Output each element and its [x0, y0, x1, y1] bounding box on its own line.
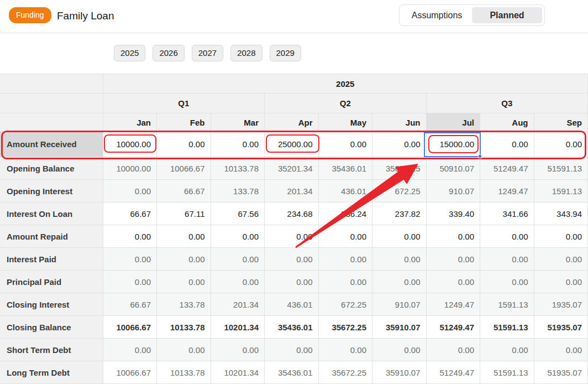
- cell-amount-received-aug[interactable]: 0.00: [480, 132, 534, 157]
- cell-long-term-debt-jan: 10066.67: [103, 361, 157, 384]
- month-header-aug[interactable]: Aug: [480, 113, 534, 132]
- table-row-long-term-debt: Long Term Debt10066.6710133.7810201.3435…: [0, 361, 588, 384]
- year-header: 2025: [103, 74, 588, 94]
- cell-short-term-debt-aug: 0.00: [480, 339, 534, 361]
- row-label-interest-paid[interactable]: Interest Paid: [0, 248, 103, 271]
- month-header-apr[interactable]: Apr: [265, 113, 319, 132]
- cell-long-term-debt-aug: 51591.13: [480, 361, 534, 384]
- cell-opening-balance-jun: 35672.25: [372, 157, 427, 180]
- cell-interest-on-loan-may[interactable]: 236.24: [318, 203, 372, 225]
- cell-long-term-debt-jun: 35910.07: [372, 361, 427, 384]
- cell-opening-interest-mar: 133.78: [211, 180, 265, 203]
- cell-amount-received-may[interactable]: 0.00: [318, 132, 372, 157]
- cell-interest-paid-may: 0.00: [318, 248, 372, 271]
- cell-interest-paid-sep: 0.00: [534, 248, 588, 271]
- cell-interest-on-loan-mar[interactable]: 67.56: [211, 203, 265, 225]
- cell-short-term-debt-jul: 0.00: [426, 339, 480, 361]
- year-button-2028[interactable]: 2028: [230, 45, 262, 61]
- cell-amount-received-jun[interactable]: 0.00: [372, 132, 427, 157]
- month-header-mar[interactable]: Mar: [211, 113, 265, 132]
- cell-amount-received-apr[interactable]: 25000.00: [265, 132, 319, 157]
- cell-closing-interest-jun: 910.07: [372, 293, 427, 316]
- page: Funding Family Loan Assumptions Planned …: [0, 0, 588, 384]
- cell-amount-repaid-sep[interactable]: 0.00: [534, 225, 588, 248]
- cell-interest-on-loan-jul[interactable]: 339.40: [426, 203, 480, 225]
- cell-amount-received-feb[interactable]: 0.00: [157, 132, 211, 157]
- cell-opening-interest-feb: 66.67: [157, 180, 211, 203]
- month-header-feb[interactable]: Feb: [157, 113, 211, 132]
- cell-interest-on-loan-apr[interactable]: 234.68: [265, 203, 319, 225]
- cell-amount-repaid-jul[interactable]: 0.00: [426, 225, 480, 248]
- cell-principal-paid-sep: 0.00: [534, 271, 588, 293]
- row-label-short-term-debt[interactable]: Short Term Debt: [0, 339, 103, 361]
- cell-long-term-debt-feb: 10133.78: [157, 361, 211, 384]
- cell-opening-balance-jan: 10000.00: [103, 157, 157, 180]
- month-header-sep[interactable]: Sep: [534, 113, 588, 132]
- row-label-opening-interest[interactable]: Opening Interest: [0, 180, 103, 203]
- cell-interest-paid-jul: 0.00: [426, 248, 480, 271]
- table-row-closing-balance: Closing Balance10066.6710133.7810201.343…: [0, 316, 588, 339]
- corner-cell: [0, 113, 103, 132]
- cell-interest-on-loan-aug[interactable]: 341.66: [480, 203, 534, 225]
- cell-opening-interest-may: 436.01: [318, 180, 372, 203]
- cell-amount-repaid-feb[interactable]: 0.00: [157, 225, 211, 248]
- toggle-option-planned[interactable]: Planned: [472, 7, 542, 23]
- year-tabs: 20252026202720282029: [114, 45, 301, 61]
- year-button-2029[interactable]: 2029: [270, 45, 301, 61]
- row-label-closing-balance[interactable]: Closing Balance: [0, 316, 103, 339]
- cell-amount-repaid-aug[interactable]: 0.00: [480, 225, 534, 248]
- year-button-2026[interactable]: 2026: [153, 45, 184, 61]
- cell-amount-repaid-mar[interactable]: 0.00: [211, 225, 265, 248]
- cell-amount-received-jan[interactable]: 10000.00: [103, 132, 157, 157]
- month-header-jan[interactable]: Jan: [103, 113, 157, 132]
- row-label-amount-received[interactable]: Amount Received: [0, 132, 103, 157]
- toggle-option-assumptions[interactable]: Assumptions: [402, 7, 472, 23]
- cell-amount-repaid-jan[interactable]: 0.00: [103, 225, 157, 248]
- loan-table-container: 2025 Q1Q2Q3 JanFebMarAprMayJunJulAugSep …: [0, 74, 588, 384]
- quarter-header-row: Q1Q2Q3: [0, 94, 588, 113]
- cell-amount-received-jul[interactable]: 15000.00: [426, 132, 480, 157]
- cell-principal-paid-apr: 0.00: [265, 271, 319, 293]
- cell-principal-paid-mar: 0.00: [211, 271, 265, 293]
- month-header-jul[interactable]: Jul: [426, 113, 480, 132]
- row-label-closing-interest[interactable]: Closing Interest: [0, 293, 103, 316]
- cell-short-term-debt-jan: 0.00: [103, 339, 157, 361]
- cell-interest-on-loan-sep[interactable]: 343.94: [534, 203, 588, 225]
- table-row-principal-paid: Principal Paid0.000.000.000.000.000.000.…: [0, 271, 588, 293]
- cell-interest-paid-aug: 0.00: [480, 248, 534, 271]
- table-row-short-term-debt: Short Term Debt0.000.000.000.000.000.000…: [0, 339, 588, 361]
- cell-amount-received-sep[interactable]: 0.00: [534, 132, 588, 157]
- cell-opening-interest-aug: 1249.47: [480, 180, 534, 203]
- cell-principal-paid-feb: 0.00: [157, 271, 211, 293]
- cell-interest-on-loan-feb[interactable]: 67.11: [157, 203, 211, 225]
- top-bar: Funding Family Loan Assumptions Planned: [0, 0, 588, 33]
- cell-interest-on-loan-jan[interactable]: 66.67: [103, 203, 157, 225]
- row-label-amount-repaid[interactable]: Amount Repaid: [0, 225, 103, 248]
- corner-cell: [0, 74, 103, 94]
- table-row-amount-received: Amount Received10000.000.000.0025000.000…: [0, 132, 588, 157]
- month-header-may[interactable]: May: [318, 113, 372, 132]
- cell-closing-balance-sep: 51935.07: [534, 316, 588, 339]
- row-label-opening-balance[interactable]: Opening Balance: [0, 157, 103, 180]
- cell-short-term-debt-jun: 0.00: [372, 339, 427, 361]
- row-label-long-term-debt[interactable]: Long Term Debt: [0, 361, 103, 384]
- cell-amount-repaid-apr[interactable]: 0.00: [265, 225, 319, 248]
- cell-principal-paid-jun: 0.00: [372, 271, 427, 293]
- year-button-2027[interactable]: 2027: [192, 45, 223, 61]
- cell-principal-paid-jan: 0.00: [103, 271, 157, 293]
- cell-amount-repaid-jun[interactable]: 0.00: [372, 225, 427, 248]
- cell-amount-received-mar[interactable]: 0.00: [211, 132, 265, 157]
- row-label-principal-paid[interactable]: Principal Paid: [0, 271, 103, 293]
- cell-opening-balance-apr: 35201.34: [265, 157, 319, 180]
- cell-closing-balance-may: 35672.25: [318, 316, 372, 339]
- year-button-2025[interactable]: 2025: [114, 45, 145, 61]
- cell-opening-balance-jul: 50910.07: [426, 157, 480, 180]
- table-row-amount-repaid: Amount Repaid0.000.000.000.000.000.000.0…: [0, 225, 588, 248]
- table-row-interest-paid: Interest Paid0.000.000.000.000.000.000.0…: [0, 248, 588, 271]
- cell-closing-interest-feb: 133.78: [157, 293, 211, 316]
- cell-amount-repaid-may[interactable]: 0.00: [318, 225, 372, 248]
- cell-closing-balance-jul: 51249.47: [426, 316, 480, 339]
- month-header-jun[interactable]: Jun: [372, 113, 427, 132]
- cell-interest-on-loan-jun[interactable]: 237.82: [372, 203, 427, 225]
- row-label-interest-on-loan[interactable]: Interest On Loan: [0, 203, 103, 225]
